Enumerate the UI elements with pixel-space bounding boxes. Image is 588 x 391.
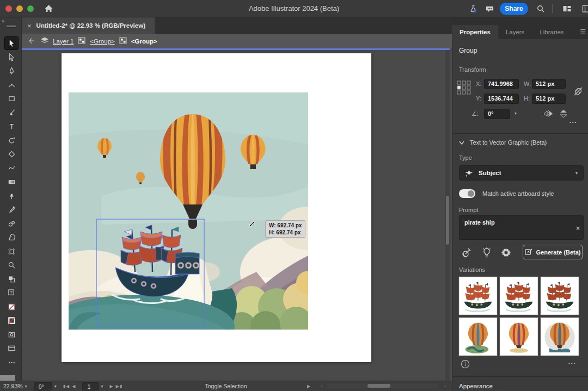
chat-icon[interactable] <box>483 3 495 14</box>
transform-more-options[interactable]: ••• <box>569 120 577 125</box>
panel-divider <box>452 376 588 377</box>
workspace-switcher-icon[interactable] <box>561 3 573 14</box>
svg-text:?: ? <box>10 290 13 295</box>
stroke-swatch[interactable] <box>5 314 18 327</box>
group-icon <box>119 37 127 45</box>
clear-prompt-icon[interactable]: × <box>576 225 580 232</box>
document-tab[interactable]: × Untitled-2* @ 22.93 % (RGB/Preview) <box>22 17 155 34</box>
control-bar: Layer 1<Group><Group> <box>22 34 452 48</box>
tab-libraries[interactable]: Libraries <box>532 25 571 39</box>
tooltip-height: H: 692.74 px <box>269 229 302 236</box>
variation-thumbnail-hot-air-balloon-1[interactable] <box>459 318 497 356</box>
canvas-area[interactable]: W: 692.74 px H: 692.74 px <box>22 50 450 381</box>
close-tab-icon[interactable]: × <box>27 22 32 30</box>
type-select[interactable]: Subject ▾ <box>459 165 584 181</box>
eyedropper-tool[interactable] <box>5 203 18 216</box>
h-label: H: <box>524 95 530 102</box>
variation-thumbnail-pirate-ship-2[interactable] <box>500 277 538 315</box>
match-artboard-style-toggle[interactable] <box>459 189 475 198</box>
scroll-right-icon[interactable]: › <box>441 381 450 391</box>
curvature-tool[interactable] <box>5 79 18 91</box>
scroll-left-icon[interactable]: ‹ <box>318 381 327 391</box>
vertical-scrollbar[interactable] <box>445 50 450 381</box>
help-swatch[interactable]: ? <box>5 287 18 299</box>
gradient-tool[interactable] <box>5 176 18 188</box>
x-label: X: <box>476 80 481 87</box>
suggestions-lightbulb-icon[interactable] <box>480 246 493 259</box>
toolbar-more-button[interactable] <box>5 356 18 369</box>
flip-vertical-icon[interactable] <box>559 109 568 120</box>
horizontal-scrollbar[interactable] <box>327 383 438 388</box>
variations-grid <box>459 277 584 356</box>
toolbar-grip[interactable] <box>7 26 16 28</box>
back-arrow-icon[interactable] <box>28 38 36 45</box>
chevron-down-icon[interactable]: ▾ <box>575 171 578 176</box>
tab-properties[interactable]: Properties <box>452 25 498 39</box>
variation-thumbnail-hot-air-balloon-3[interactable] <box>541 318 579 356</box>
eraser-tool[interactable] <box>5 148 18 160</box>
layers-icon <box>41 37 48 45</box>
artwork[interactable] <box>69 92 308 330</box>
panel-dock-icon[interactable] <box>580 3 588 14</box>
screen-mode-toggle[interactable] <box>5 342 18 355</box>
artboard-tool[interactable] <box>5 245 18 258</box>
search-icon[interactable] <box>535 3 547 14</box>
shaper-tool[interactable] <box>5 162 18 175</box>
constrain-proportions-icon[interactable] <box>573 86 584 99</box>
generate-button[interactable]: Generate (Beta) <box>523 245 583 259</box>
selection-tool[interactable] <box>5 37 18 49</box>
pen-tool[interactable] <box>5 65 18 77</box>
t2v-section-header[interactable]: Text to Vector Graphic (Beta) <box>459 139 547 146</box>
t2v-more-options[interactable]: ••• <box>568 361 576 365</box>
symbol-sprayer-tool[interactable] <box>5 231 18 244</box>
y-input[interactable]: 1536.744 <box>484 94 519 104</box>
prompt-textarea[interactable]: pirate ship × <box>459 215 584 240</box>
variation-thumbnail-pirate-ship-1[interactable] <box>459 277 497 315</box>
dimension-tooltip: W: 692.74 px H: 692.74 px <box>265 220 305 238</box>
expand-panels-button[interactable]: » <box>2 18 5 24</box>
illustrator-window: Adobe Illustrator 2024 (Beta) Share » T?… <box>0 0 588 391</box>
breadcrumb-item-0[interactable]: Layer 1 <box>53 38 74 45</box>
panel-menu-icon[interactable]: ☰ <box>580 28 586 36</box>
flip-horizontal-icon[interactable] <box>543 109 553 120</box>
variations-label: Variations <box>459 266 485 273</box>
type-label: Type <box>459 154 472 161</box>
pin-tool[interactable] <box>5 190 18 202</box>
w-input[interactable]: 512 px <box>532 79 566 89</box>
paintbrush-tool[interactable] <box>5 107 18 119</box>
transform-section-title: Transform <box>459 66 486 73</box>
info-icon[interactable] <box>461 359 470 371</box>
variation-thumbnail-pirate-ship-3[interactable] <box>541 277 579 315</box>
tab-layers[interactable]: Layers <box>498 25 532 39</box>
breadcrumb-item-2[interactable]: <Group> <box>131 38 157 45</box>
breadcrumb-item-1[interactable]: <Group> <box>90 38 114 45</box>
variation-thumbnail-hot-air-balloon-2[interactable] <box>500 318 538 356</box>
rotate-tool[interactable] <box>5 134 18 147</box>
x-input[interactable]: 741.9968 <box>484 79 519 89</box>
fill-swatch[interactable] <box>5 301 18 313</box>
rectangle-tool[interactable] <box>5 92 18 105</box>
h-input[interactable]: 512 px <box>532 94 566 104</box>
titlebar-divider <box>552 4 553 13</box>
vertical-scrollbar-thumb[interactable] <box>446 196 449 245</box>
blend-tool[interactable] <box>5 218 18 230</box>
direct-selection-tool[interactable] <box>5 51 18 64</box>
chevron-down-icon <box>459 141 464 145</box>
angle-dropdown-icon[interactable]: ▾ <box>514 111 517 116</box>
swatch-toggle-icon[interactable] <box>5 273 18 286</box>
tooltip-width: W: 692.74 px <box>269 222 302 229</box>
reference-point-selector[interactable] <box>456 80 471 97</box>
style-picker-icon[interactable] <box>460 246 473 259</box>
settings-gear-icon[interactable] <box>499 246 512 259</box>
generate-button-label: Generate (Beta) <box>536 249 581 256</box>
zoom-tool[interactable] <box>5 259 18 271</box>
draw-mode-toggle[interactable] <box>5 328 18 341</box>
selection-type-header: Group <box>459 47 477 54</box>
prompt-label: Prompt <box>459 207 478 213</box>
beta-flask-icon[interactable] <box>467 3 479 14</box>
share-button[interactable]: Share <box>500 3 528 15</box>
type-tool[interactable]: T <box>5 120 18 133</box>
angle-input[interactable]: 0° <box>484 109 510 119</box>
horizontal-scrollbar-thumb[interactable] <box>367 384 390 388</box>
status-play-icon[interactable]: ▶ <box>304 381 314 391</box>
